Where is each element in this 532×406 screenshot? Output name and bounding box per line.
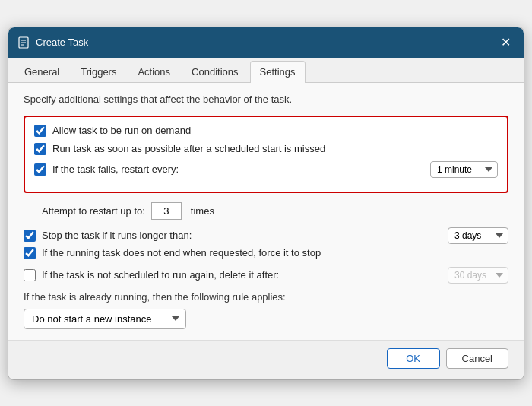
highlighted-section: Allow task to be run on demand Run task … (24, 116, 508, 193)
force-stop-row: If the running task does not end when re… (24, 247, 508, 259)
restart-label: If the task fails, restart every: (52, 163, 179, 175)
stop-label: Stop the task if it runs longer than: (42, 230, 192, 241)
allow-demand-checkbox[interactable] (34, 125, 46, 137)
settings-content: Specify additional settings that affect … (8, 83, 524, 340)
dialog-title: Create Task (36, 36, 88, 48)
tab-conditions[interactable]: Conditions (182, 61, 248, 82)
close-button[interactable]: ✕ (496, 33, 515, 52)
allow-demand-row: Allow task to be run on demand (34, 125, 498, 137)
stop-left: Stop the task if it runs longer than: (24, 230, 192, 242)
times-label: times (191, 205, 214, 217)
create-task-dialog: Create Task ✕ General Triggers Actions C… (8, 27, 524, 380)
tab-general[interactable]: General (14, 61, 69, 82)
run-missed-checkbox[interactable] (34, 143, 46, 155)
allow-demand-label: Allow task to be run on demand (52, 125, 191, 136)
description-text: Specify additional settings that affect … (24, 94, 508, 105)
delete-left: If the task is not scheduled to run agai… (24, 269, 279, 281)
run-missed-label: Run task as soon as possible after a sch… (52, 143, 325, 154)
rule-dropdown[interactable]: Do not start a new instance Run a new in… (24, 309, 186, 329)
tab-settings[interactable]: Settings (250, 61, 306, 83)
delete-duration-dropdown[interactable]: 30 days 60 days 90 days (448, 267, 508, 284)
title-bar: Create Task ✕ (8, 27, 524, 58)
run-missed-row: Run task as soon as possible after a sch… (34, 143, 498, 155)
attempt-input[interactable] (151, 202, 182, 220)
stop-row: Stop the task if it runs longer than: 1 … (24, 227, 508, 244)
footer: OK Cancel (8, 340, 524, 379)
restart-row: If the task fails, restart every: 1 minu… (34, 161, 498, 178)
tab-actions[interactable]: Actions (128, 61, 180, 82)
tab-triggers[interactable]: Triggers (71, 61, 126, 82)
restart-left: If the task fails, restart every: (34, 163, 179, 176)
delete-label: If the task is not scheduled to run agai… (42, 269, 279, 281)
delete-row: If the task is not scheduled to run agai… (24, 267, 508, 284)
stop-duration-dropdown[interactable]: 1 hour 2 hours 3 days 7 days (448, 227, 508, 244)
attempt-label: Attempt to restart up to: (42, 205, 145, 217)
ok-button[interactable]: OK (387, 348, 440, 369)
restart-interval-dropdown[interactable]: 1 minute 5 minutes 10 minutes 15 minutes… (430, 161, 498, 178)
tab-bar: General Triggers Actions Conditions Sett… (8, 58, 524, 83)
cancel-button[interactable]: Cancel (446, 348, 508, 369)
stop-checkbox[interactable] (24, 230, 36, 242)
task-icon (17, 36, 30, 49)
delete-checkbox[interactable] (24, 269, 36, 281)
force-stop-checkbox[interactable] (24, 247, 36, 259)
force-stop-label: If the running task does not end when re… (42, 247, 321, 259)
restart-checkbox[interactable] (34, 163, 46, 176)
title-bar-left: Create Task (17, 36, 88, 49)
attempt-row: Attempt to restart up to: times (24, 202, 508, 220)
rule-description: If the task is already running, then the… (24, 291, 508, 303)
